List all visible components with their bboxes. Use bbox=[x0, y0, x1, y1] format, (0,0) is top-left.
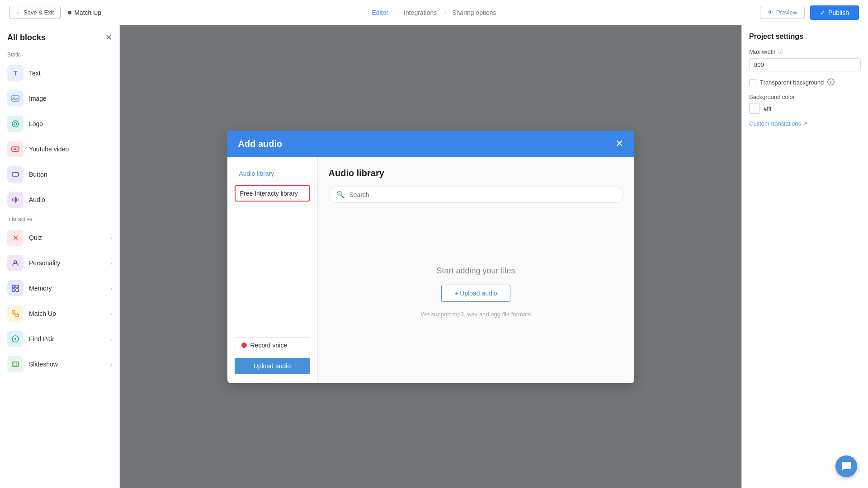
modal-section-title: Audio library bbox=[329, 168, 623, 178]
sidebar-item-logo[interactable]: Logo bbox=[0, 111, 119, 136]
add-audio-modal: Add audio ✕ Audio library Free Interacty… bbox=[227, 131, 634, 383]
sidebar-item-quiz[interactable]: ✕ Quiz › bbox=[0, 225, 119, 250]
chevron-right-icon: › bbox=[110, 285, 112, 292]
matchup-label: Match Up bbox=[29, 310, 56, 317]
bg-color-value: #fff bbox=[764, 105, 772, 112]
preview-button[interactable]: 👁 Preview bbox=[760, 6, 805, 19]
static-section-label: Static bbox=[0, 48, 119, 61]
sidebar-item-personality[interactable]: Personality › bbox=[0, 250, 119, 276]
svg-rect-11 bbox=[12, 289, 15, 291]
save-exit-button[interactable]: ← Save & Exit bbox=[9, 6, 61, 19]
logo-label: Logo bbox=[29, 120, 43, 127]
right-sidebar-title: Project settings bbox=[749, 33, 861, 41]
max-width-input[interactable] bbox=[749, 58, 861, 71]
findpair-label: Find Pair bbox=[29, 335, 54, 343]
text-label: Text bbox=[29, 70, 41, 77]
nav-free-library[interactable]: Free Interacty library bbox=[235, 185, 310, 202]
project-name: Match Up bbox=[74, 9, 101, 16]
modal-overlay[interactable]: Add audio ✕ Audio library Free Interacty… bbox=[120, 25, 741, 488]
quiz-icon: ✕ bbox=[7, 230, 24, 246]
support-text: We support mp3, wav and ogg file formats bbox=[421, 311, 531, 318]
back-arrow-icon: ← bbox=[16, 10, 21, 15]
color-swatch[interactable] bbox=[749, 103, 760, 114]
memory-label: Memory bbox=[29, 285, 52, 292]
record-voice-button[interactable]: Record voice bbox=[235, 337, 310, 353]
arrow-sep-1: → bbox=[393, 9, 399, 16]
upload-audio-left-button[interactable]: Upload audio bbox=[235, 358, 310, 374]
button-label: Button bbox=[29, 171, 47, 178]
left-sidebar: All blocks ✕ Static T Text Image bbox=[0, 25, 120, 488]
personality-icon bbox=[7, 255, 24, 271]
sidebar-item-image[interactable]: Image bbox=[0, 86, 119, 111]
svg-rect-7 bbox=[12, 173, 19, 176]
audio-label: Audio bbox=[29, 196, 45, 203]
upload-area: Start adding your files + Upload audio W… bbox=[329, 212, 623, 372]
chevron-right-icon: › bbox=[110, 310, 112, 317]
image-label: Image bbox=[29, 95, 47, 102]
custom-translations-link[interactable]: Custom translations ↗ bbox=[749, 120, 861, 127]
personality-label: Personality bbox=[29, 259, 60, 267]
bg-color-label: Background color bbox=[749, 94, 861, 100]
sidebar-item-youtube[interactable]: Youtube video bbox=[0, 136, 119, 162]
svg-rect-13 bbox=[12, 310, 15, 313]
chevron-right-icon: › bbox=[110, 361, 112, 368]
search-icon: 🔍 bbox=[336, 191, 345, 199]
sidebar-item-audio[interactable]: Audio bbox=[0, 187, 119, 212]
svg-point-16 bbox=[14, 338, 16, 340]
sidebar-item-matchup[interactable]: Match Up › bbox=[0, 301, 119, 326]
sharing-options-link[interactable]: Sharing options bbox=[452, 9, 496, 16]
image-icon bbox=[7, 90, 24, 107]
sidebar-item-button[interactable]: Button bbox=[0, 162, 119, 187]
findpair-icon bbox=[7, 331, 24, 347]
publish-label: Publish bbox=[828, 9, 849, 16]
modal-body: Audio library Free Interacty library Rec… bbox=[227, 157, 634, 383]
quiz-label: Quiz bbox=[29, 234, 42, 241]
external-link-icon: ↗ bbox=[803, 120, 808, 127]
text-icon: T bbox=[7, 65, 24, 81]
upload-audio-button[interactable]: + Upload audio bbox=[441, 285, 510, 302]
svg-point-2 bbox=[12, 121, 19, 127]
chat-button[interactable] bbox=[835, 455, 857, 477]
svg-point-3 bbox=[14, 122, 17, 125]
search-bar: 🔍 bbox=[329, 187, 623, 203]
memory-icon bbox=[7, 280, 24, 296]
transparent-bg-label: Transparent background bbox=[760, 79, 824, 86]
check-icon: ✓ bbox=[820, 9, 826, 16]
editor-link[interactable]: Editor bbox=[372, 9, 388, 16]
svg-rect-14 bbox=[16, 314, 19, 317]
integrations-link[interactable]: Integrations bbox=[404, 9, 437, 16]
transparent-bg-checkbox[interactable] bbox=[749, 79, 756, 86]
youtube-label: Youtube video bbox=[29, 145, 69, 153]
status-dot bbox=[68, 11, 71, 14]
record-dot-icon bbox=[241, 343, 247, 348]
search-input[interactable] bbox=[349, 191, 616, 198]
topbar-left: ← Save & Exit Match Up bbox=[9, 6, 101, 19]
publish-button[interactable]: ✓ Publish bbox=[810, 5, 859, 20]
svg-rect-12 bbox=[16, 289, 19, 291]
sidebar-item-text[interactable]: T Text bbox=[0, 61, 119, 86]
sidebar-item-slideshow[interactable]: Slideshow › bbox=[0, 352, 119, 377]
slideshow-icon bbox=[7, 356, 24, 372]
record-voice-label: Record voice bbox=[250, 342, 288, 349]
matchup-icon bbox=[7, 305, 24, 322]
transparent-bg-info-icon: ⓘ bbox=[827, 78, 835, 87]
empty-text: Start adding your files bbox=[436, 266, 515, 276]
modal-right-content: Audio library 🔍 Start adding your files … bbox=[318, 157, 634, 383]
modal-header: Add audio ✕ bbox=[227, 131, 634, 157]
interactive-section-label: Interactive bbox=[0, 212, 119, 225]
transparent-bg-row: Transparent background ⓘ bbox=[749, 78, 861, 87]
slideshow-label: Slideshow bbox=[29, 361, 58, 368]
topbar-center-nav: Editor → Integrations → Sharing options bbox=[372, 9, 496, 16]
youtube-icon bbox=[7, 141, 24, 157]
sidebar-item-memory[interactable]: Memory › bbox=[0, 276, 119, 301]
bg-color-row: #fff bbox=[749, 103, 861, 114]
topbar-right: 👁 Preview ✓ Publish bbox=[760, 5, 859, 20]
right-sidebar: Project settings Max width ⓘ Transparent… bbox=[741, 25, 868, 488]
nav-audio-library[interactable]: Audio library bbox=[235, 166, 310, 181]
close-sidebar-button[interactable]: ✕ bbox=[105, 33, 112, 42]
modal-close-button[interactable]: ✕ bbox=[615, 139, 623, 149]
canvas-area: Add audio ✕ Audio library Free Interacty… bbox=[120, 25, 741, 488]
current-project-label: Match Up bbox=[68, 9, 101, 16]
sidebar-item-findpair[interactable]: Find Pair › bbox=[0, 326, 119, 352]
save-exit-label: Save & Exit bbox=[24, 9, 54, 16]
